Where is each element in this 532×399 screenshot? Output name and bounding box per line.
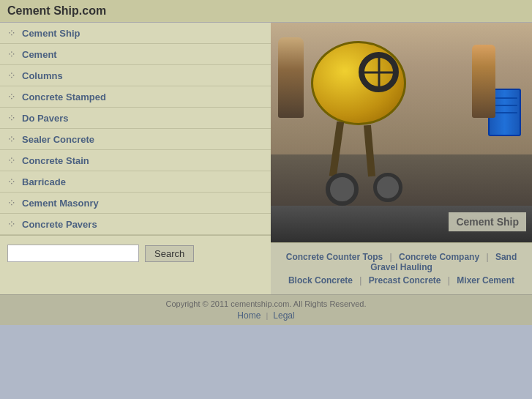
footer-link-block-concrete[interactable]: Block Concrete <box>288 275 353 286</box>
nav-link-do-pavers[interactable]: Do Pavers <box>22 113 69 124</box>
bottom-footer: Copyright © 2011 cementship.com. All Rig… <box>0 294 532 325</box>
nav-link-concrete-stain[interactable]: Concrete Stain <box>22 155 89 166</box>
footer-link-concrete-company[interactable]: Concrete Company <box>399 252 479 262</box>
copyright-text: Copyright © 2011 cementship.com. All Rig… <box>7 299 525 308</box>
bottom-nav-legal[interactable]: Legal <box>273 310 294 321</box>
nav-link-barricade[interactable]: Barricade <box>22 176 66 187</box>
nav-item-concrete-pavers[interactable]: ⁘ Concrete Pavers <box>0 214 271 235</box>
footer-row-1: Concrete Counter Tops | Concrete Company… <box>278 252 525 272</box>
nav-link-sealer-concrete[interactable]: Sealer Concrete <box>22 134 94 145</box>
bullet-icon: ⁘ <box>7 218 16 230</box>
nav-item-cement-ship[interactable]: ⁘ Cement Ship <box>0 23 271 44</box>
bullet-icon: ⁘ <box>7 197 16 209</box>
bullet-icon: ⁘ <box>7 154 16 166</box>
nav-link-cement[interactable]: Cement <box>22 49 57 60</box>
footer-link-mixer-cement[interactable]: Mixer Cement <box>457 275 514 286</box>
nav-item-barricade[interactable]: ⁘ Barricade <box>0 171 271 193</box>
nav-link-concrete-stamped[interactable]: Concrete Stamped <box>22 92 106 102</box>
bullet-icon: ⁘ <box>7 176 16 187</box>
hero-image: Cement Ship <box>271 23 532 242</box>
site-header: Cement Ship.com <box>0 0 532 23</box>
bottom-nav: Home | Legal <box>7 310 525 321</box>
nav-item-cement-masonry[interactable]: ⁘ Cement Masonry <box>0 193 271 214</box>
nav-item-sealer-concrete[interactable]: ⁘ Sealer Concrete <box>0 129 271 150</box>
bullet-icon: ⁘ <box>7 133 16 145</box>
nav-link-cement-masonry[interactable]: Cement Masonry <box>22 198 99 209</box>
navigation-list: ⁘ Cement Ship ⁘ Cement ⁘ Columns ⁘ Concr… <box>0 23 271 235</box>
search-button[interactable]: Search <box>145 245 194 262</box>
footer-link-counter-tops[interactable]: Concrete Counter Tops <box>286 252 383 262</box>
nav-link-cement-ship[interactable]: Cement Ship <box>22 28 80 39</box>
site-title: Cement Ship.com <box>7 4 106 17</box>
cement-ship-badge: Cement Ship <box>449 212 526 231</box>
bullet-icon: ⁘ <box>7 70 16 81</box>
nav-item-concrete-stain[interactable]: ⁘ Concrete Stain <box>0 150 271 171</box>
bullet-icon: ⁘ <box>7 91 16 102</box>
footer-row-2: Block Concrete | Precast Concrete | Mixe… <box>278 275 525 286</box>
bullet-icon: ⁘ <box>7 112 16 124</box>
bullet-icon: ⁘ <box>7 27 16 39</box>
footer-links: Concrete Counter Tops | Concrete Company… <box>271 242 532 294</box>
search-area: Search <box>0 235 271 271</box>
nav-link-columns[interactable]: Columns <box>22 70 63 81</box>
bottom-nav-home[interactable]: Home <box>237 310 261 321</box>
nav-item-concrete-stamped[interactable]: ⁘ Concrete Stamped <box>0 86 271 108</box>
nav-item-columns[interactable]: ⁘ Columns <box>0 65 271 86</box>
nav-item-cement[interactable]: ⁘ Cement <box>0 44 271 65</box>
nav-item-do-pavers[interactable]: ⁘ Do Pavers <box>0 108 271 129</box>
nav-link-concrete-pavers[interactable]: Concrete Pavers <box>22 219 97 230</box>
bullet-icon: ⁘ <box>7 48 16 60</box>
search-input[interactable] <box>7 245 139 262</box>
footer-link-precast-concrete[interactable]: Precast Concrete <box>369 275 441 286</box>
